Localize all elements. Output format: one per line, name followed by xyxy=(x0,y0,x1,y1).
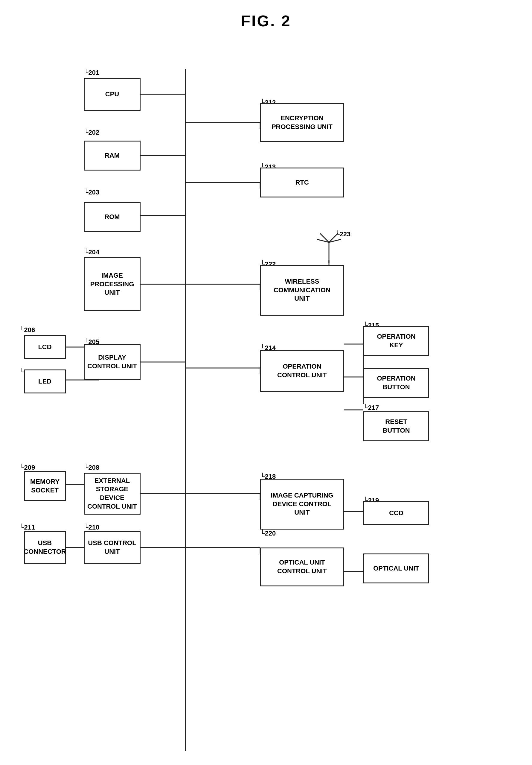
ref-208: └208 xyxy=(84,464,99,471)
operation-button-block: OPERATIONBUTTON xyxy=(363,368,429,398)
ref-220: └220 xyxy=(260,529,276,537)
operation-key-block: OPERATIONKEY xyxy=(363,326,429,356)
ref-211: └211 xyxy=(19,523,35,531)
cpu-block: CPU xyxy=(84,78,141,111)
ref-217: └217 xyxy=(363,404,379,412)
ref-203: └203 xyxy=(84,189,99,196)
memory-socket-block: MEMORYSOCKET xyxy=(24,471,66,501)
ref-210: └210 xyxy=(84,523,99,531)
external-storage-block: EXTERNALSTORAGE DEVICECONTROL UNIT xyxy=(84,473,141,514)
image-processing-unit-block: IMAGEPROCESSINGUNIT xyxy=(84,257,141,311)
optical-unit-block: OPTICAL UNIT xyxy=(363,553,429,583)
ram-block: RAM xyxy=(84,141,141,171)
ref-209: └209 xyxy=(19,464,35,471)
lcd-block: LCD xyxy=(24,335,66,359)
diagram-lines xyxy=(0,39,532,765)
ref-201: └201 xyxy=(84,69,99,77)
operation-control-unit-block: OPERATIONCONTROL UNIT xyxy=(260,350,344,392)
rom-block: ROM xyxy=(84,202,141,232)
antenna-icon xyxy=(314,227,350,266)
encryption-processing-unit-block: ENCRYPTIONPROCESSING UNIT xyxy=(260,103,344,142)
optical-unit-control-unit-block: OPTICAL UNITCONTROL UNIT xyxy=(260,547,344,586)
ref-204: └204 xyxy=(84,248,99,256)
usb-control-unit-block: USB CONTROLUNIT xyxy=(84,531,141,564)
diagram-container: └201 └202 └203 └204 └206 └207 └205 └209 … xyxy=(0,39,532,765)
led-block: LED xyxy=(24,370,66,393)
wireless-communication-unit-block: WIRELESSCOMMUNICATIONUNIT xyxy=(260,265,344,316)
ref-206: └206 xyxy=(19,326,35,334)
usb-connector-block: USBCONNECTOR xyxy=(24,531,66,564)
reset-button-block: RESETBUTTON xyxy=(363,411,429,441)
ref-202: └202 xyxy=(84,129,99,136)
rtc-block: RTC xyxy=(260,168,344,198)
page-title: FIG. 2 xyxy=(0,0,532,39)
display-control-unit-block: DISPLAYCONTROL UNIT xyxy=(84,344,141,380)
image-capturing-device-control-unit-block: IMAGE CAPTURINGDEVICE CONTROLUNIT xyxy=(260,479,344,529)
ccd-block: CCD xyxy=(363,501,429,525)
